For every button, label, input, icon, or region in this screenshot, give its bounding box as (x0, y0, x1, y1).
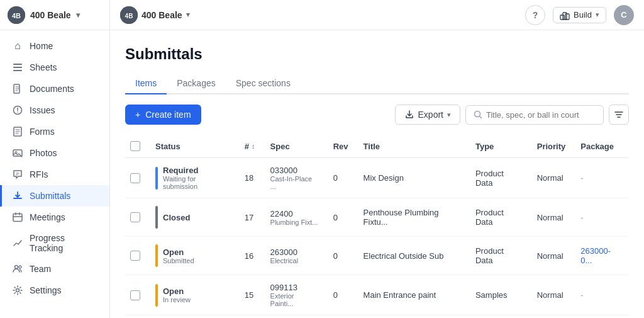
col-spec: Spec (263, 135, 326, 158)
build-button[interactable]: Build ▾ (553, 7, 606, 23)
help-button[interactable]: ? (525, 5, 545, 25)
sidebar-item-label: Settings (30, 285, 62, 295)
package-cell: - (573, 275, 629, 315)
export-button[interactable]: Export ▾ (395, 105, 460, 125)
title-cell: Mix Design (356, 158, 468, 198)
sidebar-item-label: Sheets (30, 62, 57, 72)
number-cell: 18 (237, 158, 263, 198)
priority-cell: Normal (530, 237, 574, 275)
user-avatar[interactable]: C (614, 5, 634, 25)
documents-icon (12, 83, 23, 94)
row-checkbox-cell[interactable] (125, 198, 148, 237)
toolbar-right: Export ▾ (395, 105, 629, 125)
package-cell[interactable]: 263000-0... (573, 237, 629, 275)
row-checkbox[interactable] (130, 290, 140, 300)
rev-cell: 0 (326, 237, 356, 275)
topbar-chevron[interactable]: ▾ (186, 11, 190, 19)
project-chevron[interactable]: ▾ (76, 11, 80, 20)
filter-button[interactable] (609, 105, 629, 125)
topbar-project[interactable]: 4B 400 Beale ▾ (120, 6, 190, 24)
table-row: Open Submitted 16 263000 Electrical 0 El… (125, 237, 629, 275)
tab-spec-sections[interactable]: Spec sections (226, 73, 301, 94)
sidebar-item-photos[interactable]: Photos (0, 142, 109, 164)
sidebar-item-label: Issues (30, 105, 55, 115)
tab-packages[interactable]: Packages (167, 73, 225, 94)
sidebar-item-team[interactable]: Team (0, 258, 109, 280)
number-cell: 15 (237, 275, 263, 315)
sidebar-item-meetings[interactable]: Meetings (0, 207, 109, 228)
svg-point-13 (19, 266, 21, 268)
team-icon (12, 263, 23, 275)
type-cell: Product Data (468, 198, 530, 237)
col-priority: Priority (530, 135, 574, 158)
package-cell: - (573, 198, 629, 237)
svg-rect-17 (560, 15, 564, 20)
row-checkbox[interactable] (130, 251, 140, 261)
create-item-button[interactable]: + Create item (125, 105, 201, 125)
status-bar (155, 167, 158, 190)
project-avatar: 4B (8, 6, 25, 24)
table-row: Required Waiting for submission 18 03300… (125, 158, 629, 198)
row-checkbox[interactable] (130, 173, 140, 183)
sidebar-item-settings[interactable]: Settings (0, 280, 109, 301)
toolbar-left: + Create item (125, 105, 201, 125)
number-cell: 17 (237, 198, 263, 237)
export-label: Export (418, 110, 443, 120)
sheets-icon (12, 62, 23, 73)
home-icon: ⌂ (12, 40, 23, 52)
meetings-icon (12, 212, 23, 223)
col-number[interactable]: # ↕ (237, 135, 263, 158)
col-type: Type (468, 135, 530, 158)
create-plus-icon: + (135, 110, 140, 120)
package-link[interactable]: 263000-0... (580, 246, 611, 265)
toolbar: + Create item Export ▾ (125, 105, 629, 125)
row-checkbox[interactable] (130, 212, 140, 222)
status-bar (155, 206, 158, 229)
submittals-table: Status # ↕ Spec Rev Title Type Priority (125, 135, 629, 315)
select-all-checkbox[interactable] (130, 141, 140, 151)
topbar-project-name: 400 Beale (142, 10, 182, 20)
sidebar-item-rfis[interactable]: RFIs (0, 164, 109, 185)
sidebar-item-issues[interactable]: Issues (0, 99, 109, 121)
issues-icon (12, 105, 23, 116)
search-box[interactable] (465, 105, 604, 125)
sidebar-item-submittals[interactable]: Submittals (0, 185, 109, 207)
spec-cell: 099113 Exterior Painti... (263, 275, 326, 315)
topbar-avatar: 4B (120, 6, 138, 24)
photos-icon (12, 147, 23, 159)
title-cell: Electrical Outside Sub (356, 237, 468, 275)
topbar: 4B 400 Beale ▾ ? Build ▾ C (110, 0, 644, 30)
type-cell: Samples (468, 275, 530, 315)
tab-items[interactable]: Items (125, 73, 167, 94)
status-bar (155, 284, 158, 307)
sidebar-item-label: Home (30, 41, 53, 51)
settings-icon (12, 285, 23, 296)
sidebar-item-progress-tracking[interactable]: Progress Tracking (0, 228, 109, 258)
col-status: Status (148, 135, 237, 158)
sidebar-item-forms[interactable]: Forms (0, 121, 109, 142)
submittals-icon (12, 190, 23, 202)
row-checkbox-cell[interactable] (125, 237, 148, 275)
sidebar: 4B 400 Beale ▾ ⌂ Home Sheets Documents I… (0, 0, 110, 318)
sidebar-item-label: Forms (30, 127, 55, 137)
svg-point-12 (15, 266, 18, 269)
title-cell: Penthouse Plumbing Fixtu... (356, 198, 468, 237)
row-checkbox-cell[interactable] (125, 158, 148, 198)
forms-icon (12, 126, 23, 137)
status-label: Required (163, 166, 230, 175)
build-chevron: ▾ (596, 11, 599, 19)
rev-cell: 0 (326, 198, 356, 237)
row-checkbox-cell[interactable] (125, 275, 148, 315)
sidebar-item-home[interactable]: ⌂ Home (0, 35, 109, 57)
sidebar-item-documents[interactable]: Documents (0, 78, 109, 99)
spec-sub: Plumbing Fixt... (270, 219, 318, 226)
table-row: Closed 17 22400 Plumbing Fixt... 0 Penth… (125, 198, 629, 237)
col-package: Package (573, 135, 629, 158)
create-item-label: Create item (145, 110, 191, 120)
select-all-header[interactable] (125, 135, 148, 158)
spec-cell: 263000 Electrical (263, 237, 326, 275)
sidebar-item-label: Meetings (30, 212, 65, 222)
spec-main: 22400 (270, 209, 318, 219)
search-input[interactable] (486, 110, 587, 120)
sidebar-item-sheets[interactable]: Sheets (0, 57, 109, 78)
